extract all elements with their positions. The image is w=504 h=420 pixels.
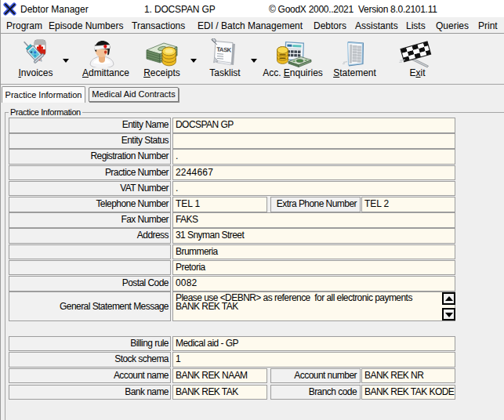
svg-text:TASK: TASK — [216, 46, 232, 54]
